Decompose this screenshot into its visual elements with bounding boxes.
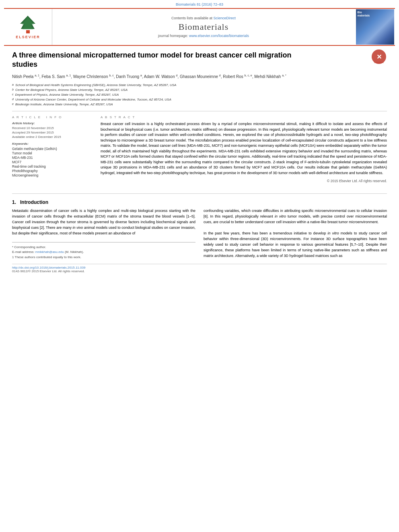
keyword-4: MCF7 bbox=[12, 160, 93, 164]
footnote-corresponding: * Corresponding author. bbox=[12, 245, 195, 250]
elsevier-tree-icon bbox=[17, 15, 39, 34]
journal-title-area: Contents lists available at ScienceDirec… bbox=[52, 9, 355, 45]
elsevier-logo-area: ELSEVIER bbox=[4, 9, 52, 45]
right-column: A B S T R A C T Breast cancer cell invas… bbox=[101, 115, 387, 183]
intro-columns: Metastatic dissemination of cancer cells… bbox=[12, 208, 387, 260]
sciencedirect-line: Contents lists available at ScienceDirec… bbox=[171, 16, 236, 20]
journal-ref-line: Biomaterials 81 (2016) 72–83 bbox=[0, 0, 399, 8]
keyword-3: MDA-MB-231 bbox=[12, 156, 93, 160]
journal-homepage: journal homepage: www.elsevier.com/locat… bbox=[158, 34, 249, 38]
history-label: Article history: bbox=[12, 121, 93, 125]
abstract-header: A B S T R A C T bbox=[101, 115, 387, 119]
page: Biomaterials 81 (2016) 72–83 ELSEVIER Co… bbox=[0, 0, 399, 273]
affil-b: b Center for Biological Physics, Arizona… bbox=[12, 88, 387, 92]
sciencedirect-link[interactable]: ScienceDirect bbox=[214, 16, 236, 20]
elsevier-logo: ELSEVIER bbox=[16, 15, 40, 39]
available-date: Available online 2 December 2015 bbox=[12, 135, 93, 139]
left-column: A R T I C L E I N F O Article history: R… bbox=[12, 115, 93, 183]
cover-image: Bio materials bbox=[356, 9, 394, 45]
journal-header: ELSEVIER Contents lists available at Sci… bbox=[4, 8, 395, 46]
and-text: and bbox=[381, 248, 387, 252]
keywords-block: Keywords: Gelatin methacrylate (GelMA) T… bbox=[12, 142, 93, 177]
article-history: Article history: Received 10 November 20… bbox=[12, 121, 93, 139]
keywords-label: Keywords: bbox=[12, 142, 93, 146]
keyword-1: Gelatin methacrylate (GelMA) bbox=[12, 147, 93, 151]
svg-text:✕: ✕ bbox=[376, 53, 382, 60]
keyword-5: Real-time cell tracking bbox=[12, 164, 93, 168]
introduction-section: 1. Introduction Metastatic dissemination… bbox=[0, 199, 399, 260]
affil-a: a School of Biological and Health System… bbox=[12, 83, 387, 88]
copyright-line: © 2015 Elsevier Ltd. All rights reserved… bbox=[101, 179, 387, 183]
affil-d: d University of Arizona Cancer Center, D… bbox=[12, 97, 387, 102]
footnote-equal: 1 These authors contributed equally to t… bbox=[12, 255, 195, 260]
authors-line: Nitish Peela a, 1, Feba S. Sam a, 1, Way… bbox=[12, 74, 387, 80]
footnote-email: E-mail address: mnikkhah@asu.edu (M. Nik… bbox=[12, 250, 195, 255]
article-info-header: A R T I C L E I N F O bbox=[12, 115, 93, 119]
svg-rect-0 bbox=[26, 30, 30, 33]
doi-link[interactable]: http://dx.doi.org/10.1016/j.biomaterials… bbox=[12, 266, 387, 269]
intro-right-text-2: In the past few years, there has been a … bbox=[204, 231, 387, 259]
keyword-2: Tumor model bbox=[12, 151, 93, 155]
affiliations-block: a School of Biological and Health System… bbox=[12, 83, 387, 111]
received-date: Received 10 November 2015 bbox=[12, 126, 93, 130]
svg-text:CrossMark: CrossMark bbox=[374, 61, 384, 64]
journal-cover: Bio materials bbox=[355, 9, 395, 45]
svg-marker-2 bbox=[22, 17, 34, 29]
accepted-date: Accepted 29 November 2015 bbox=[12, 131, 93, 134]
email-link[interactable]: mnikkhah@asu.edu bbox=[35, 250, 64, 254]
cover-label: Bio materials bbox=[358, 11, 370, 18]
intro-left-text: Metastatic dissemination of cancer cells… bbox=[12, 208, 195, 236]
issn-line: 0142-9612/© 2015 Elsevier Ltd. All right… bbox=[12, 269, 387, 273]
intro-right-text-1: confounding variables, which create diff… bbox=[204, 208, 387, 225]
footnotes: * Corresponding author. E-mail address: … bbox=[12, 242, 195, 260]
intro-left-col: Metastatic dissemination of cancer cells… bbox=[12, 208, 195, 260]
bottom-bar: http://dx.doi.org/10.1016/j.biomaterials… bbox=[12, 264, 387, 273]
section-divider bbox=[12, 193, 387, 194]
crossmark-icon: ✕ CrossMark bbox=[371, 49, 387, 65]
journal-ref: Biomaterials 81 (2016) 72–83 bbox=[176, 2, 223, 6]
affil-e: e Biodesign Institute, Arizona State Uni… bbox=[12, 102, 387, 107]
info-abstract-columns: A R T I C L E I N F O Article history: R… bbox=[12, 115, 387, 183]
elsevier-text: ELSEVIER bbox=[16, 35, 40, 39]
authors-text: Nitish Peela a, 1, Feba S. Sam a, 1, Way… bbox=[12, 74, 286, 79]
intro-right-col: confounding variables, which create diff… bbox=[204, 208, 387, 260]
journal-title: Biomaterials bbox=[179, 22, 228, 32]
keyword-6: Photolithography bbox=[12, 169, 93, 173]
keyword-7: Microengineering bbox=[12, 173, 93, 177]
intro-title: 1. Introduction bbox=[12, 199, 387, 205]
article-title: A three dimensional micropatterned tumor… bbox=[12, 51, 318, 70]
article-content: ✕ CrossMark A three dimensional micropat… bbox=[0, 46, 399, 188]
abstract-text: Breast cancer cell invasion is a highly … bbox=[101, 121, 387, 176]
journal-url[interactable]: www.elsevier.com/locate/biomaterials bbox=[189, 34, 249, 38]
affil-c: c Department of Physics, Arizona State U… bbox=[12, 92, 387, 97]
